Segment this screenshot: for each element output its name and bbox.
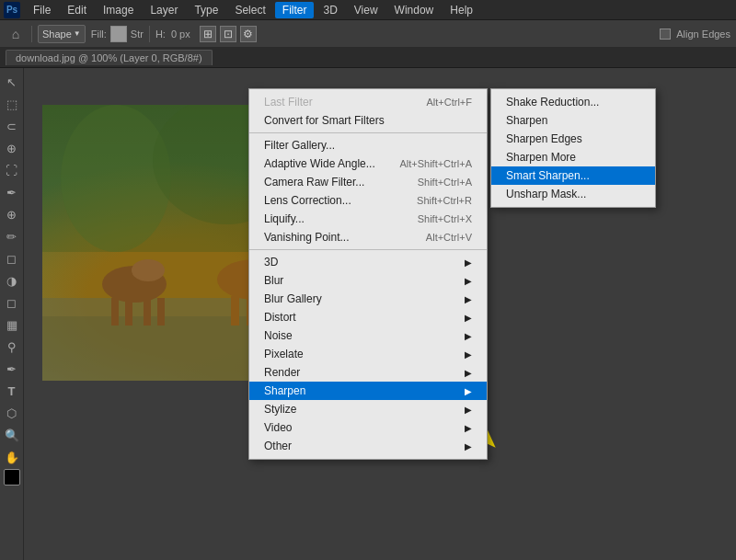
menu-unsharp-mask[interactable]: Unsharp Mask... — [491, 185, 655, 203]
tool-healing[interactable]: ⊕ — [2, 204, 22, 224]
tool-path[interactable]: ⬡ — [2, 403, 22, 423]
tool-move[interactable]: ↖ — [2, 72, 22, 92]
menu-blur-gallery-submenu[interactable]: Blur Gallery ▶ — [249, 290, 487, 308]
gear-icon[interactable]: ⚙ — [240, 26, 257, 42]
fill-swatch[interactable] — [110, 26, 127, 42]
align-edges-checkbox[interactable] — [660, 29, 671, 40]
h-label: H: — [155, 29, 166, 40]
align-btn-1[interactable]: ⊞ — [200, 26, 216, 42]
tool-foreground-color[interactable] — [4, 469, 20, 486]
menu-liquify[interactable]: Liquify... Shift+Ctrl+X — [249, 210, 487, 228]
fill-label: Fill: — [91, 29, 107, 40]
menu-sharpen-edges[interactable]: Sharpen Edges — [491, 130, 655, 148]
tool-brush[interactable]: ✏ — [2, 226, 22, 246]
svg-rect-4 — [111, 298, 119, 326]
document-tab[interactable]: download.jpg @ 100% (Layer 0, RGB/8#) — [6, 50, 213, 65]
svg-rect-10 — [231, 296, 239, 326]
menubar: Ps File Edit Image Layer Type Select Fil… — [0, 0, 736, 20]
separator-1 — [249, 132, 487, 133]
menu-filter-gallery[interactable]: Filter Gallery... — [249, 136, 487, 154]
stroke-label: Str — [131, 29, 144, 40]
tool-clone[interactable]: ◻ — [2, 248, 22, 269]
svg-rect-5 — [125, 300, 132, 326]
menu-sharpen-more[interactable]: Sharpen More — [491, 148, 655, 166]
menu-3d-submenu[interactable]: 3D ▶ — [249, 253, 487, 271]
menu-pixelate-submenu[interactable]: Pixelate ▶ — [249, 345, 487, 363]
tab-label: download.jpg @ 100% (Layer 0, RGB/8#) — [16, 52, 202, 63]
menu-video-submenu[interactable]: Video ▶ — [249, 418, 487, 437]
separator-2 — [249, 249, 487, 250]
tools-panel: ↖ ⬚ ⊂ ⊕ ⛶ ✒ ⊕ ✏ ◻ ◑ ◻ ▦ ⚲ ✒ T ⬡ 🔍 ✋ — [0, 68, 24, 560]
menu-render-submenu[interactable]: Render ▶ — [249, 363, 487, 382]
shape-chevron-icon: ▼ — [74, 29, 81, 38]
tool-gradient[interactable]: ▦ — [2, 314, 22, 335]
tool-dodge[interactable]: ⚲ — [2, 337, 22, 357]
tool-pen[interactable]: ✒ — [2, 359, 22, 379]
filter-dropdown-menu: Last Filter Alt+Ctrl+F Convert for Smart… — [248, 88, 488, 460]
menu-other-submenu[interactable]: Other ▶ — [249, 437, 487, 455]
app-logo: Ps — [4, 2, 20, 18]
tool-crop[interactable]: ⛶ — [2, 160, 22, 180]
svg-rect-7 — [157, 298, 165, 326]
menu-image[interactable]: Image — [96, 2, 141, 18]
h-value: 0 px — [171, 29, 190, 40]
menu-view[interactable]: View — [347, 2, 385, 18]
menu-distort-submenu[interactable]: Distort ▶ — [249, 308, 487, 326]
tool-marquee-rect[interactable]: ⬚ — [2, 94, 22, 114]
menu-window[interactable]: Window — [387, 2, 442, 18]
menu-smart-sharpen[interactable]: Smart Sharpen... — [491, 166, 655, 185]
menu-sharpen-submenu[interactable]: Sharpen ▶ — [249, 382, 487, 400]
svg-point-21 — [61, 105, 171, 252]
menu-file[interactable]: File — [26, 2, 58, 18]
tool-text[interactable]: T — [2, 381, 22, 401]
menu-help[interactable]: Help — [443, 2, 480, 18]
menu-3d[interactable]: 3D — [316, 2, 344, 18]
menu-filter[interactable]: Filter — [275, 2, 315, 18]
menu-camera-raw[interactable]: Camera Raw Filter... Shift+Ctrl+A — [249, 173, 487, 191]
tool-lasso[interactable]: ⊂ — [2, 116, 22, 136]
tool-eraser[interactable]: ◻ — [2, 292, 22, 313]
tool-eyedropper[interactable]: ✒ — [2, 182, 22, 202]
fill-control: Fill: Str — [91, 26, 144, 42]
shape-label: Shape — [42, 29, 72, 40]
tool-zoom[interactable]: 🔍 — [2, 425, 22, 445]
menu-shake-reduction[interactable]: Shake Reduction... — [491, 93, 655, 111]
main-area: ↖ ⬚ ⊂ ⊕ ⛶ ✒ ⊕ ✏ ◻ ◑ ◻ ▦ ⚲ ✒ T ⬡ 🔍 ✋ — [0, 68, 736, 560]
canvas-area: Last Filter Alt+Ctrl+F Convert for Smart… — [24, 68, 736, 560]
options-toolbar: ⌂ Shape ▼ Fill: Str H: 0 px ⊞ ⊡ ⚙ Align … — [0, 20, 736, 48]
menu-stylize-submenu[interactable]: Stylize ▶ — [249, 400, 487, 418]
menu-adaptive-wide[interactable]: Adaptive Wide Angle... Alt+Shift+Ctrl+A — [249, 154, 487, 173]
menu-noise-submenu[interactable]: Noise ▶ — [249, 326, 487, 345]
align-btn-2[interactable]: ⊡ — [220, 26, 236, 42]
menu-last-filter[interactable]: Last Filter Alt+Ctrl+F — [249, 93, 487, 111]
menu-select[interactable]: Select — [227, 2, 272, 18]
align-edges-label: Align Edges — [676, 29, 730, 40]
menu-blur-submenu[interactable]: Blur ▶ — [249, 271, 487, 290]
tab-bar: download.jpg @ 100% (Layer 0, RGB/8#) — [0, 48, 736, 68]
menu-vanishing-point[interactable]: Vanishing Point... Alt+Ctrl+V — [249, 228, 487, 246]
svg-point-3 — [132, 259, 165, 281]
menu-convert-smart[interactable]: Convert for Smart Filters — [249, 111, 487, 130]
align-edges-group: Align Edges — [660, 29, 730, 40]
tool-history[interactable]: ◑ — [2, 270, 22, 291]
menu-type[interactable]: Type — [187, 2, 225, 18]
tool-magic-wand[interactable]: ⊕ — [2, 138, 22, 158]
menu-sharpen[interactable]: Sharpen — [491, 111, 655, 130]
sharpen-submenu: Shake Reduction... Sharpen Sharpen Edges… — [490, 88, 656, 208]
tool-hand[interactable]: ✋ — [2, 447, 22, 467]
menu-lens-correction[interactable]: Lens Correction... Shift+Ctrl+R — [249, 191, 487, 210]
home-button[interactable]: ⌂ — [6, 24, 26, 44]
svg-rect-6 — [144, 300, 151, 326]
menu-edit[interactable]: Edit — [60, 2, 94, 18]
shape-select[interactable]: Shape ▼ — [38, 25, 86, 43]
menu-layer[interactable]: Layer — [143, 2, 185, 18]
